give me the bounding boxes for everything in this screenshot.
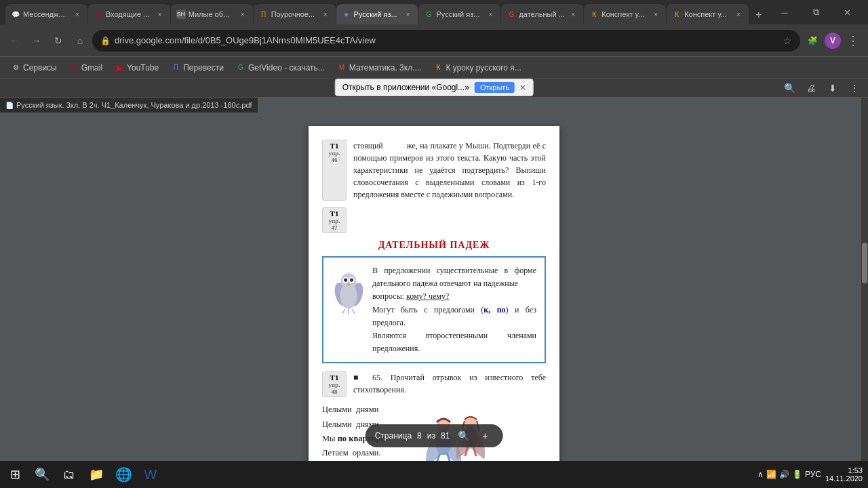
bookmark-label-translate: Перевести (183, 63, 224, 73)
pdf-page-1: Т1 упр.46 стоящий же, на плакате у Мыши.… (309, 126, 559, 461)
tab-title-konspekt2: Конспект у... (684, 10, 731, 18)
taskbar-network-icon[interactable]: 📶 (766, 470, 776, 479)
tab-close-datelny[interactable]: × (568, 9, 578, 19)
tab-russky-active[interactable]: ● Русский яз... × (336, 4, 418, 24)
bookmark-favicon-translate: П (171, 63, 180, 73)
tab-close-konspekt2[interactable]: × (734, 9, 743, 19)
new-tab-button[interactable]: + (749, 5, 768, 24)
svg-point-7 (349, 278, 353, 281)
profile-avatar[interactable]: V (825, 33, 841, 49)
dative-owl-image (332, 264, 366, 355)
bookmark-math[interactable]: М Математика. 3кл.... (332, 60, 427, 76)
close-button[interactable]: ✕ (831, 0, 863, 24)
scrollbar-thumb[interactable] (862, 243, 867, 283)
pdf-download-icon[interactable]: ⬇ (825, 80, 841, 96)
taskbar-word-button[interactable]: W (138, 462, 163, 487)
taskbar-taskview-button[interactable]: 🗂 (57, 462, 81, 487)
pdf-print-icon[interactable]: 🖨 (803, 80, 819, 96)
tab-title-datelny: дательный ... (519, 10, 566, 18)
taskbar-search-button[interactable]: 🔍 (30, 462, 54, 487)
taskbar-lang-label[interactable]: РУС (805, 470, 821, 479)
tab-pourochnoe[interactable]: П Поурочное... × (254, 4, 336, 24)
exercise-46: Т1 упр.46 стоящий же, на плакате у Мыши.… (322, 140, 546, 201)
bookmark-star-icon[interactable]: ☆ (783, 35, 792, 46)
tab-close-pourochnoe[interactable]: × (321, 9, 330, 19)
tab-close-konspekt1[interactable]: × (651, 9, 660, 19)
url-bar[interactable]: 🔒 drive.google.com/file/d/0B5_OUge9Bj1AN… (92, 30, 800, 52)
taskbar-battery-icon: 🔋 (792, 470, 802, 479)
taskbar-sys-icons: ∧ 📶 🔊 🔋 РУС (757, 470, 821, 479)
tab-inbox[interactable]: ✉ Входящие ... × (88, 4, 170, 24)
bookmark-servisy[interactable]: ⚙ Сервисы (5, 60, 62, 76)
taskbar-volume-icon[interactable]: 🔊 (779, 470, 789, 479)
exercise-46-text: стоящий же, на плакате у Мыши. Подтверди… (353, 140, 546, 201)
forward-button[interactable]: → (27, 31, 46, 50)
taskbar-time[interactable]: 1:53 14.11.2020 (825, 466, 863, 483)
pdf-zoom-out-button[interactable]: 🔍 (455, 428, 471, 444)
tab-close-messengers[interactable]: × (73, 9, 82, 19)
tab-messengers[interactable]: 💬 Мессендж... × (5, 4, 87, 24)
bookmark-gmail[interactable]: ✉ Gmail (64, 60, 108, 76)
minimize-button[interactable]: ─ (769, 0, 800, 24)
tab-favicon-konspekt1: К (589, 9, 599, 19)
menu-button[interactable]: ⋮ (844, 31, 863, 50)
bookmark-youtube[interactable]: ▶ YouTube (109, 60, 164, 76)
dative-description: В предложении существительные в форме да… (372, 264, 536, 355)
tab-favicon-konspekt2: К (672, 9, 682, 19)
pdf-filename: Русский язык. 3кл. В 2ч. Ч1_Каленчук, Чу… (16, 101, 252, 109)
notification-text: Открыть в приложении «Googl...» (342, 83, 469, 92)
bookmark-getvideo[interactable]: G GetVideo - скачать... (231, 60, 330, 76)
refresh-button[interactable]: ↻ (49, 31, 68, 50)
tab-title-pourochnoe: Поурочное... (271, 10, 318, 18)
pdf-more-icon[interactable]: ⋮ (846, 80, 863, 96)
taskbar-chrome-button[interactable]: 🌐 (111, 462, 136, 487)
bookmark-translate[interactable]: П Перевести (165, 60, 229, 76)
pdf-page-total: 81 (441, 431, 450, 441)
bookmark-russian[interactable]: К К уроку русского я... (429, 60, 527, 76)
bookmark-favicon-russian: К (434, 63, 443, 73)
tab-close-russky-active[interactable]: × (403, 9, 412, 19)
pdf-zoom-in-button[interactable]: + (477, 428, 493, 444)
extensions-button[interactable]: 🧩 (803, 31, 822, 50)
pdf-viewer: 🔍 🖨 ⬇ ⋮ 📄 Русский язык. 3кл. В 2ч. Ч1_Ка… (0, 79, 868, 461)
bookmark-label-math: Математика. 3кл.... (349, 63, 422, 73)
url-text: drive.google.com/file/d/0B5_OUge9Bj1ANms… (115, 35, 376, 45)
tab-datelny[interactable]: G дательный ... × (501, 4, 583, 24)
notification-close-icon[interactable]: × (520, 82, 526, 93)
pdf-page-sep: из (427, 431, 435, 441)
tab-bar: 💬 Мессендж... × ✉ Входящие ... × SH Милы… (0, 0, 868, 24)
pdf-pages[interactable]: Т1 упр.46 стоящий же, на плакате у Мыши.… (0, 113, 868, 461)
tab-russky2[interactable]: G Русский яз... × (418, 4, 500, 24)
taskbar-explorer-button[interactable]: 📁 (84, 462, 108, 487)
scrollbar[interactable] (861, 98, 868, 461)
tab-close-milyeobrazy[interactable]: × (238, 9, 248, 19)
bookmark-favicon-youtube: ▶ (115, 63, 124, 73)
maximize-button[interactable]: ⧉ (800, 0, 831, 24)
pdf-file-label: 📄 Русский язык. 3кл. В 2ч. Ч1_Каленчук, … (0, 98, 258, 113)
tab-konspekt1[interactable]: К Конспект у... × (584, 4, 666, 24)
exercise-48-text: ■ 65. Прочитай отрывок из известного теб… (353, 371, 546, 397)
home-button[interactable]: ⌂ (71, 31, 90, 50)
svg-line-9 (342, 309, 345, 314)
tab-favicon-datelny: G (507, 9, 516, 19)
svg-point-6 (343, 278, 347, 281)
bookmark-label-gmail: Gmail (81, 63, 102, 73)
tab-title-milyeobrazy: Милые об... (189, 10, 235, 18)
exercise-48: Т1 упр.48 ■ 65. Прочитай отрывок из изве… (322, 371, 546, 397)
exercise-46-badge: Т1 упр.46 (322, 140, 347, 201)
taskbar-left: ⊞ 🔍 🗂 📁 🌐 W (0, 462, 163, 487)
svg-line-11 (352, 309, 355, 314)
taskbar-start-button[interactable]: ⊞ (3, 462, 27, 487)
tab-favicon-russky-active: ● (342, 9, 351, 19)
pdf-search-icon[interactable]: 🔍 (781, 80, 797, 96)
tab-konspekt2[interactable]: К Конспект у... × (667, 4, 749, 24)
bookmark-favicon-servisy: ⚙ (11, 63, 20, 73)
notification-open-button[interactable]: Открыть (475, 82, 515, 93)
tab-close-russky2[interactable]: × (486, 9, 495, 19)
tab-milyeobrazy[interactable]: SH Милые об... × (171, 4, 253, 24)
exercise-48-badge: Т1 упр.48 (322, 371, 347, 397)
tab-close-inbox[interactable]: × (155, 9, 165, 19)
tab-title-russky-active: Русский яз... (354, 10, 401, 18)
back-button[interactable]: ← (5, 31, 24, 50)
taskbar-up-icon[interactable]: ∧ (757, 470, 764, 479)
